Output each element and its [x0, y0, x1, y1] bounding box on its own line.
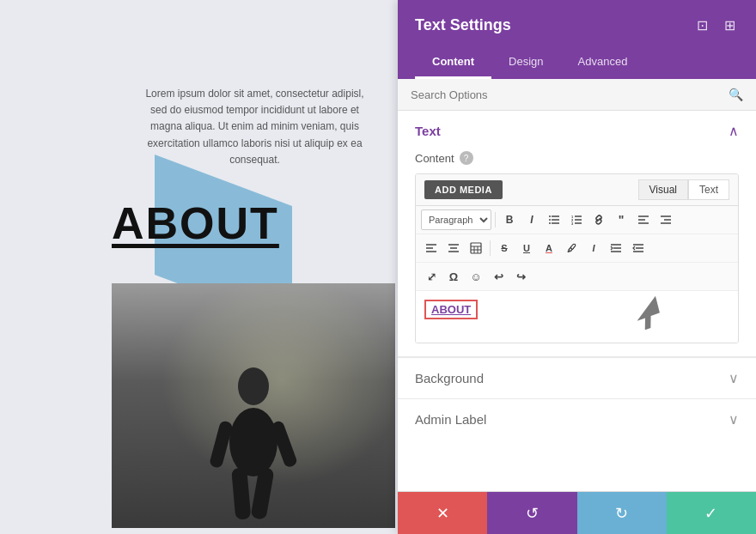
redo-button[interactable]: ↪: [510, 266, 531, 287]
svg-point-10: [549, 219, 551, 221]
ol-button[interactable]: 123: [566, 209, 587, 230]
tab-bar: Content Design Advanced: [415, 46, 739, 79]
italic2-button[interactable]: I: [583, 238, 604, 258]
special1-button[interactable]: 🖊: [561, 238, 582, 258]
text-section-title: Text: [415, 124, 441, 138]
divider-2: [490, 240, 491, 256]
link-button[interactable]: [588, 209, 609, 230]
table-button[interactable]: [466, 238, 486, 258]
toolbar-row-1: Paragraph B I 123: [416, 206, 738, 234]
svg-point-9: [549, 215, 551, 217]
toolbar-row-3: ⤢ Ω ☺ ↩ ↪: [416, 263, 738, 291]
settings-title: Text Settings: [415, 16, 511, 34]
preview-panel: Lorem ipsum dolor sit amet, consectetur …: [0, 0, 398, 534]
cancel-button[interactable]: ✕: [398, 492, 487, 534]
editor-area: ADD MEDIA Visual Text Paragraph B I: [415, 173, 739, 343]
redo-button[interactable]: ↻: [577, 492, 667, 534]
help-icon[interactable]: ?: [460, 151, 473, 165]
background-section-title: Background: [415, 371, 484, 385]
editor-about-text: ABOUT: [424, 300, 478, 319]
text-section-arrow: ∧: [729, 123, 739, 139]
settings-body: Text ∧ Content ? ADD MEDIA Visual T: [398, 111, 756, 491]
search-bar: 🔍: [398, 79, 756, 111]
svg-text:3: 3: [571, 221, 574, 226]
text-button[interactable]: Text: [688, 179, 729, 200]
svg-point-11: [549, 222, 551, 224]
editor-top-bar: ADD MEDIA Visual Text: [416, 174, 738, 206]
fullscreen-button[interactable]: ⤢: [421, 266, 442, 287]
settings-header: Text Settings ⊡ ⊞ Content Design Advance…: [398, 0, 756, 79]
toolbar-row-2: S U A 🖊 I: [416, 234, 738, 263]
divider-1: [495, 212, 496, 228]
tab-content[interactable]: Content: [415, 46, 491, 79]
font-color-button[interactable]: A: [539, 238, 559, 258]
admin-label-section-arrow: ∨: [729, 411, 739, 428]
align-left-button[interactable]: [633, 209, 654, 230]
text-section-content: Content ? ADD MEDIA Visual Text: [398, 151, 756, 356]
editor-content: ABOUT: [416, 291, 738, 343]
settings-title-row: Text Settings ⊡ ⊞: [415, 15, 739, 34]
person-silhouette: [202, 356, 305, 528]
admin-label-section: Admin Label ∨: [398, 398, 756, 440]
svg-rect-30: [471, 243, 481, 253]
undo-button[interactable]: ↺: [487, 492, 576, 534]
visual-text-toggle: Visual Text: [638, 179, 729, 200]
underline-button[interactable]: U: [516, 238, 537, 258]
bottom-bar: ✕ ↺ ↻ ✓: [398, 491, 756, 534]
emoji-button[interactable]: ☺: [466, 266, 486, 287]
responsive-icon[interactable]: ⊡: [692, 15, 711, 34]
visual-button[interactable]: Visual: [638, 179, 688, 200]
layout-icon[interactable]: ⊞: [720, 15, 739, 34]
blockquote-button[interactable]: ": [611, 209, 631, 230]
paragraph-select[interactable]: Paragraph: [421, 209, 491, 230]
search-icon: 🔍: [729, 88, 743, 101]
undo-button[interactable]: ↩: [488, 266, 509, 287]
align-left2-button[interactable]: [421, 238, 442, 258]
indent-button[interactable]: [606, 238, 626, 258]
background-section-header[interactable]: Background ∨: [398, 358, 756, 398]
lorem-text: Lorem ipsum dolor sit amet, consectetur …: [120, 86, 398, 168]
italic-button[interactable]: I: [521, 209, 542, 230]
content-label: Content: [415, 152, 454, 165]
bold-button[interactable]: B: [499, 209, 520, 230]
preview-content: Lorem ipsum dolor sit amet, consectetur …: [0, 0, 398, 534]
admin-label-section-title: Admin Label: [415, 412, 486, 427]
text-section-header[interactable]: Text ∧: [398, 111, 756, 151]
photo-area: [112, 283, 395, 528]
background-section-arrow: ∨: [729, 370, 739, 386]
omega-button[interactable]: Ω: [443, 266, 464, 287]
svg-point-1: [229, 408, 277, 476]
search-input[interactable]: [411, 88, 729, 101]
outdent-button[interactable]: [628, 238, 649, 258]
content-label-row: Content ?: [415, 151, 739, 165]
text-section: Text ∧ Content ? ADD MEDIA Visual T: [398, 111, 756, 357]
settings-panel: Text Settings ⊡ ⊞ Content Design Advance…: [398, 0, 756, 534]
tab-design[interactable]: Design: [491, 46, 560, 79]
background-section: Background ∨: [398, 357, 756, 398]
admin-label-section-header[interactable]: Admin Label ∨: [398, 399, 756, 440]
header-icons: ⊡ ⊞: [692, 15, 739, 34]
align-right-button[interactable]: [655, 209, 676, 230]
align-center-button[interactable]: [443, 238, 464, 258]
cursor-arrow: [626, 295, 669, 330]
save-button[interactable]: ✓: [667, 492, 756, 534]
strikethrough-button[interactable]: S: [494, 238, 515, 258]
add-media-button[interactable]: ADD MEDIA: [424, 180, 503, 199]
about-heading: ABOUT: [112, 197, 279, 249]
tab-advanced[interactable]: Advanced: [561, 46, 645, 79]
ul-button[interactable]: [544, 209, 564, 230]
svg-point-0: [238, 367, 269, 405]
